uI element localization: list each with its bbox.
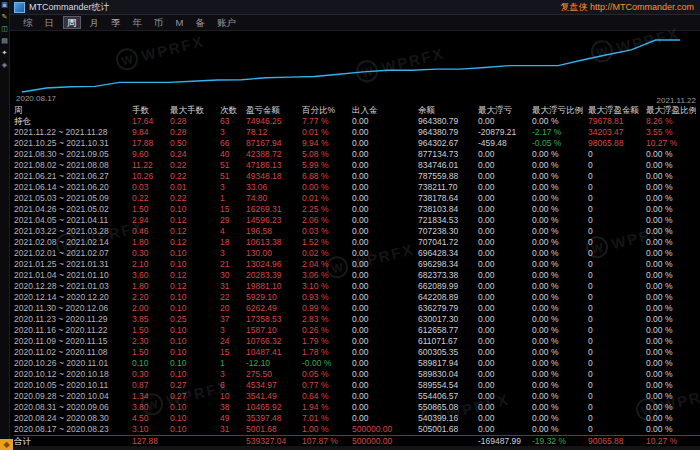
position-row[interactable]: 持仓17.640.286374946.257.77 %0.00964380.79… xyxy=(14,116,700,127)
table-row[interactable]: 2021.08.30 ~ 2021.09.059.600.244042388.7… xyxy=(14,149,700,160)
menu-item-日[interactable]: 日 xyxy=(42,16,58,29)
window-title: MTCommander统计 xyxy=(29,1,110,14)
cell: 3.10 xyxy=(132,424,170,435)
header-cell: 余额 xyxy=(418,105,478,116)
table-row[interactable]: 2020.09.28 ~ 2020.10.041.340.27103541.49… xyxy=(14,391,700,402)
cell: 630017.30 xyxy=(418,314,478,325)
cell: 17.88 xyxy=(132,138,170,149)
table-row[interactable]: 2021.04.26 ~ 2021.05.021.500.101516269.3… xyxy=(14,204,700,215)
table-row[interactable]: 2021.11.22 ~ 2021.11.289.840.28378.120.0… xyxy=(14,127,700,138)
cell: 0.12 xyxy=(170,281,220,292)
table-row[interactable]: 2020.10.12 ~ 2020.10.180.300.103275.500.… xyxy=(14,369,700,380)
cell: 0.00 % xyxy=(646,336,696,347)
brand-link[interactable]: 复盘侠 http://MTCommander.com xyxy=(560,1,694,14)
note-icon[interactable]: ✎ xyxy=(1,13,9,21)
cell: 1.50 xyxy=(132,347,170,358)
cell: 1 xyxy=(220,358,246,369)
cell: 0.10 xyxy=(170,413,220,424)
cell: 35397.48 xyxy=(246,413,302,424)
cell: 4534.97 xyxy=(246,380,302,391)
diamond-icon[interactable]: ◈ xyxy=(1,61,9,69)
window-icon[interactable]: ▣ xyxy=(1,1,9,9)
cell: 0.00 % xyxy=(532,193,588,204)
cell: 0.00 % xyxy=(646,413,696,424)
table-row[interactable]: 2020.11.16 ~ 2020.11.221.500.1031587.100… xyxy=(14,325,700,336)
table-row[interactable]: 2020.08.17 ~ 2020.08.233.100.10315001.68… xyxy=(14,424,700,435)
cell: 738178.64 xyxy=(418,193,478,204)
cell: 500000.00 xyxy=(352,424,418,435)
cell: 6 xyxy=(220,380,246,391)
table-row[interactable]: 2021.04.05 ~ 2021.04.112.940.122914596.2… xyxy=(14,215,700,226)
table-row[interactable]: 2020.10.05 ~ 2020.10.110.870.2764534.970… xyxy=(14,380,700,391)
cell: 0.00 % xyxy=(646,160,696,171)
cell: 0.10 xyxy=(170,259,220,270)
menu-item-备[interactable]: 备 xyxy=(192,16,208,29)
menu-item-年[interactable]: 年 xyxy=(130,16,146,29)
cell: 0.00 xyxy=(478,182,532,193)
cell: 10613.38 xyxy=(246,237,302,248)
table-row[interactable]: 2020.11.30 ~ 2020.12.062.000.10206262.49… xyxy=(14,303,700,314)
cell: 0.00 xyxy=(352,270,418,281)
cell: 1 xyxy=(220,193,246,204)
table-row[interactable]: 2021.10.25 ~ 2021.10.3117.880.506687167.… xyxy=(14,138,700,149)
table-row[interactable]: 2020.11.02 ~ 2020.11.081.500.101510487.4… xyxy=(14,347,700,358)
menu-item-周[interactable]: 周 xyxy=(63,16,81,29)
cell: 505001.68 xyxy=(418,424,478,435)
table-row[interactable]: 2020.12.28 ~ 2021.01.031.800.123119881.1… xyxy=(14,281,700,292)
cell: 0.30 xyxy=(132,369,170,380)
cell: 74946.25 xyxy=(246,116,302,127)
cell: -0.00 % xyxy=(302,358,352,369)
cell: 10766.32 xyxy=(246,336,302,347)
table-row[interactable]: 2020.12.14 ~ 2020.12.202.200.10225929.10… xyxy=(14,292,700,303)
cell: 2.30 xyxy=(132,336,170,347)
cell: 0.28 xyxy=(170,116,220,127)
table-row[interactable]: 2021.03.22 ~ 2021.03.280.460.124196.580.… xyxy=(14,226,700,237)
cell: 0.00 % xyxy=(532,347,588,358)
cell: 0 xyxy=(588,182,646,193)
table-row[interactable]: 2021.01.25 ~ 2021.01.312.100.102113024.9… xyxy=(14,259,700,270)
cell: 3.10 % xyxy=(302,281,352,292)
cell: 0.00 % xyxy=(532,292,588,303)
cell: 0.00 % xyxy=(532,259,588,270)
table-row[interactable]: 2020.08.31 ~ 2020.09.063.800.103810465.9… xyxy=(14,402,700,413)
star-icon[interactable]: ✦ xyxy=(1,49,9,57)
cell: 0.99 % xyxy=(302,303,352,314)
table-row[interactable]: 2021.08.02 ~ 2021.08.0811.220.225147186.… xyxy=(14,160,700,171)
cell: 6262.49 xyxy=(246,303,302,314)
cell: 642208.89 xyxy=(418,292,478,303)
cell: 0.00 % xyxy=(532,369,588,380)
taskbar-corner-icon[interactable]: ◆ xyxy=(0,439,13,450)
cell: 0.10 xyxy=(170,358,220,369)
table-row[interactable]: 2020.11.23 ~ 2020.11.293.850.253717358.5… xyxy=(14,314,700,325)
menu-item-账户[interactable]: 账户 xyxy=(214,16,239,29)
table-row[interactable]: 2020.11.09 ~ 2020.11.152.300.102410766.3… xyxy=(14,336,700,347)
list-icon[interactable]: ▤ xyxy=(1,37,9,45)
table-row[interactable]: 2021.05.03 ~ 2021.05.090.220.22174.800.0… xyxy=(14,193,700,204)
cell: 0.00 % xyxy=(646,303,696,314)
cell: 37 xyxy=(220,314,246,325)
cell: 33.06 xyxy=(246,182,302,193)
table-row[interactable]: 2020.08.24 ~ 2020.08.304.500.104935397.4… xyxy=(14,413,700,424)
cell: 2021.08.30 ~ 2021.09.05 xyxy=(14,149,132,160)
table-row[interactable]: 2021.06.14 ~ 2021.06.200.030.01333.060.0… xyxy=(14,182,700,193)
cell: 15 xyxy=(220,347,246,358)
panel-icon[interactable]: ◫ xyxy=(1,25,9,33)
cell: 3 xyxy=(220,325,246,336)
cell: 18 xyxy=(220,237,246,248)
table-row[interactable]: 2020.10.26 ~ 2020.11.010.100.101-12.10-0… xyxy=(14,358,700,369)
table-row[interactable]: 2021.02.01 ~ 2021.02.070.300.103130.000.… xyxy=(14,248,700,259)
cell: -459.48 xyxy=(478,138,532,149)
cell: 0.10 xyxy=(170,402,220,413)
table-row[interactable]: 2021.01.04 ~ 2021.01.103.600.123020283.3… xyxy=(14,270,700,281)
menu-item-币[interactable]: 币 xyxy=(151,16,167,29)
menu-item-综[interactable]: 综 xyxy=(20,16,36,29)
cell: 1.94 % xyxy=(302,402,352,413)
menu-item-月[interactable]: 月 xyxy=(87,16,103,29)
menu-item-季[interactable]: 季 xyxy=(108,16,124,29)
table-row[interactable]: 2021.02.08 ~ 2021.02.141.800.121810613.3… xyxy=(14,237,700,248)
menu-item-M[interactable]: M xyxy=(173,16,187,29)
table-row[interactable]: 2021.06.21 ~ 2021.06.2710.260.225149348.… xyxy=(14,171,700,182)
cell: 0.10 xyxy=(170,336,220,347)
cell: 0.12 xyxy=(170,270,220,281)
cell: 0.00 % xyxy=(532,358,588,369)
